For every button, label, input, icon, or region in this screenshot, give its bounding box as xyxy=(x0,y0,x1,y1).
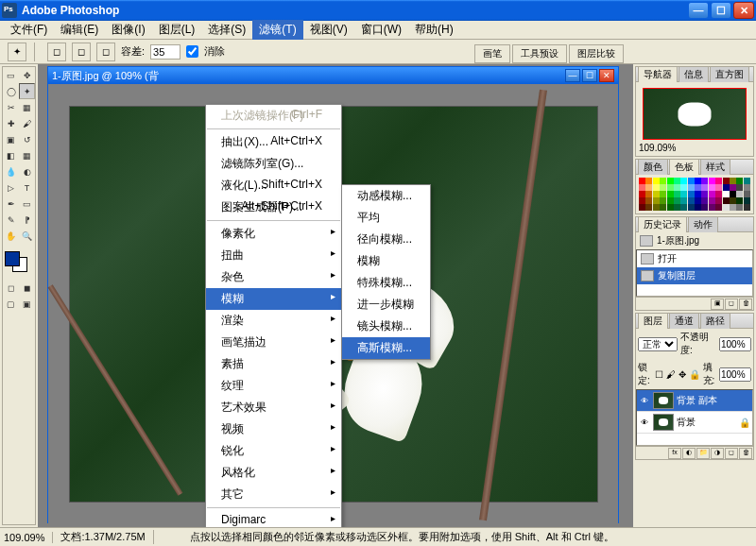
menu-video[interactable]: 视频 xyxy=(206,418,341,440)
fill-input[interactable] xyxy=(719,367,751,382)
close-button[interactable]: ✕ xyxy=(733,2,754,19)
menu-render[interactable]: 渲染 xyxy=(206,310,341,332)
swatch[interactable] xyxy=(736,191,743,197)
swatch[interactable] xyxy=(715,204,722,211)
path-tool[interactable]: ▷ xyxy=(3,179,19,196)
tab-styles[interactable]: 样式 xyxy=(700,159,730,175)
antialias-checkbox[interactable] xyxy=(186,45,198,58)
delete-layer-button[interactable]: 🗑 xyxy=(739,448,752,459)
swatch[interactable] xyxy=(701,191,708,197)
swatch[interactable] xyxy=(730,204,736,211)
swatch[interactable] xyxy=(744,191,750,197)
swatch[interactable] xyxy=(715,191,722,197)
new-group-button[interactable]: 📁 xyxy=(696,448,710,459)
lasso-tool[interactable]: ◯ xyxy=(3,83,19,99)
menu-artistic[interactable]: 艺术效果 xyxy=(206,397,341,418)
document-titlebar[interactable]: 1-原图.jpg @ 109% (背 — ☐ ✕ xyxy=(48,67,618,84)
swatch[interactable] xyxy=(723,178,730,184)
swatch[interactable] xyxy=(695,197,701,204)
maximize-button[interactable]: ☐ xyxy=(711,2,731,19)
tab-info[interactable]: 信息 xyxy=(679,66,709,82)
magic-wand-tool[interactable]: ✦ xyxy=(19,83,35,99)
swatch[interactable] xyxy=(688,184,695,191)
menu-brush-strokes[interactable]: 画笔描边 xyxy=(206,332,341,353)
menu-digimarc[interactable]: Digimarc xyxy=(206,510,341,527)
swatch[interactable] xyxy=(701,184,708,191)
swatch[interactable] xyxy=(645,197,652,204)
menu-other[interactable]: 其它 xyxy=(206,484,341,505)
swatch[interactable] xyxy=(680,204,687,211)
screenmode-full[interactable]: ▣ xyxy=(19,296,35,312)
swatch[interactable] xyxy=(639,197,645,204)
add-selection-icon[interactable]: ◻ xyxy=(72,43,91,61)
dodge-tool[interactable]: ◐ xyxy=(19,163,35,179)
swatch[interactable] xyxy=(709,204,715,211)
menu-pixelate[interactable]: 像素化 xyxy=(206,223,341,245)
swatch[interactable] xyxy=(695,204,701,211)
healing-tool[interactable]: ✚ xyxy=(3,115,19,131)
layer-style-button[interactable]: fx xyxy=(668,448,681,459)
pen-tool[interactable]: ✒ xyxy=(3,196,19,212)
lock-pixel-icon[interactable]: 🖌 xyxy=(666,369,676,380)
swatch[interactable] xyxy=(709,184,715,191)
dock-tab-brushes[interactable]: 画笔 xyxy=(474,44,510,63)
tab-swatches[interactable]: 色板 xyxy=(669,159,699,175)
swatch[interactable] xyxy=(680,184,687,191)
delete-history-button[interactable]: 🗑 xyxy=(739,299,752,310)
swatch[interactable] xyxy=(723,204,730,211)
swatch[interactable] xyxy=(715,197,722,204)
move-tool[interactable]: ✥ xyxy=(19,67,35,83)
stamp-tool[interactable]: ▣ xyxy=(3,131,19,147)
swatch[interactable] xyxy=(701,178,708,184)
swatch[interactable] xyxy=(701,204,708,211)
swatch[interactable] xyxy=(744,197,750,204)
swatch[interactable] xyxy=(667,197,674,204)
swatch[interactable] xyxy=(695,191,701,197)
swatch[interactable] xyxy=(744,184,750,191)
swatch[interactable] xyxy=(639,191,645,197)
menu-filter-gallery[interactable]: 滤镜陈列室(G)... xyxy=(206,153,341,175)
history-item-open[interactable]: 打开 xyxy=(637,250,752,267)
swatch[interactable] xyxy=(688,197,695,204)
new-selection-icon[interactable]: ◻ xyxy=(47,43,66,61)
swatch[interactable] xyxy=(701,197,708,204)
lock-trans-icon[interactable]: ☐ xyxy=(655,369,663,380)
menu-filter[interactable]: 滤镜(T) xyxy=(252,20,302,40)
swatch[interactable] xyxy=(723,184,730,191)
menu-pattern-maker[interactable]: 图案生成器(P)...Alt+Shift+Ctrl+X xyxy=(206,196,341,218)
submenu-blur[interactable]: 模糊 xyxy=(342,250,430,272)
swatch[interactable] xyxy=(730,191,736,197)
menu-texture[interactable]: 纹理 xyxy=(206,375,341,397)
eyedropper-tool[interactable]: ⁋ xyxy=(19,212,35,228)
swatch[interactable] xyxy=(667,184,674,191)
swatch[interactable] xyxy=(674,178,680,184)
type-tool[interactable]: T xyxy=(19,179,35,196)
swatch[interactable] xyxy=(688,178,695,184)
swatch[interactable] xyxy=(744,178,750,184)
swatch[interactable] xyxy=(723,197,730,204)
swatch[interactable] xyxy=(680,191,687,197)
layer-mask-button[interactable]: ◐ xyxy=(682,448,696,459)
notes-tool[interactable]: ✎ xyxy=(3,212,19,228)
swatch[interactable] xyxy=(674,204,680,211)
submenu-average[interactable]: 平均 xyxy=(342,207,430,229)
hand-tool[interactable]: ✋ xyxy=(3,228,19,244)
tab-channels[interactable]: 通道 xyxy=(669,313,699,329)
menu-last-filter[interactable]: 上次滤镜操作(F)Ctrl+F xyxy=(206,105,341,127)
swatch[interactable] xyxy=(723,191,730,197)
submenu-gaussian-blur[interactable]: 高斯模糊... xyxy=(342,337,430,359)
blend-mode-select[interactable]: 正常 xyxy=(638,337,678,351)
swatch[interactable] xyxy=(674,184,680,191)
swatch[interactable] xyxy=(660,197,666,204)
swatch[interactable] xyxy=(653,191,660,197)
swatch[interactable] xyxy=(660,204,666,211)
swatch[interactable] xyxy=(695,184,701,191)
history-item-duplicate-layer[interactable]: 复制图层 xyxy=(637,267,752,284)
tab-histogram[interactable]: 直方图 xyxy=(710,66,749,82)
eraser-tool[interactable]: ◧ xyxy=(3,147,19,163)
menu-help[interactable]: 帮助(H) xyxy=(408,20,460,40)
color-swatches[interactable] xyxy=(3,249,35,274)
swatch[interactable] xyxy=(744,204,750,211)
menu-file[interactable]: 文件(F) xyxy=(4,20,54,40)
swatch[interactable] xyxy=(674,197,680,204)
